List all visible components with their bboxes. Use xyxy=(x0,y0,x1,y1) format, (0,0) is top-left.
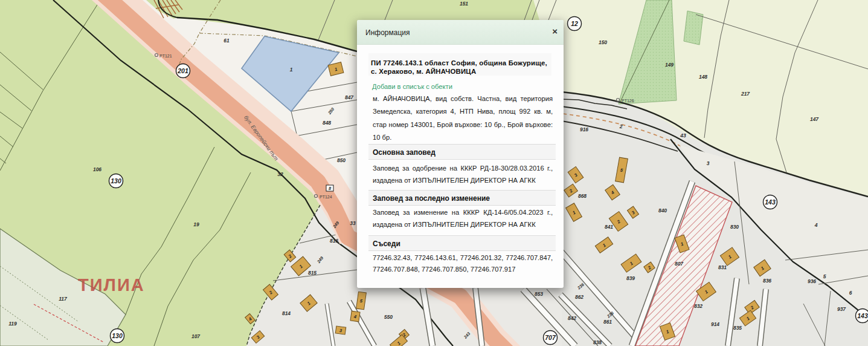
svg-text:850: 850 xyxy=(337,157,346,163)
svg-text:130: 130 xyxy=(112,332,123,339)
svg-text:6: 6 xyxy=(849,290,852,296)
svg-text:201: 201 xyxy=(177,67,188,74)
svg-text:841: 841 xyxy=(605,224,613,230)
svg-text:853: 853 xyxy=(535,291,543,297)
svg-text:61: 61 xyxy=(223,38,230,44)
svg-text:838: 838 xyxy=(593,339,602,345)
svg-text:106: 106 xyxy=(93,166,101,172)
svg-text:107: 107 xyxy=(191,333,201,339)
svg-text:937: 937 xyxy=(837,306,846,312)
svg-text:862: 862 xyxy=(575,294,583,300)
svg-text:814: 814 xyxy=(282,310,291,316)
svg-text:830: 830 xyxy=(730,224,739,230)
svg-text:5: 5 xyxy=(823,273,826,279)
svg-text:861: 861 xyxy=(603,319,612,325)
svg-text:914: 914 xyxy=(711,321,719,327)
svg-text:916: 916 xyxy=(580,126,588,132)
svg-text:842: 842 xyxy=(568,315,576,321)
svg-text:PT121: PT121 xyxy=(159,54,172,58)
svg-text:143: 143 xyxy=(765,198,776,206)
svg-text:868: 868 xyxy=(578,193,587,199)
svg-text:117: 117 xyxy=(59,296,68,302)
svg-text:4: 4 xyxy=(814,222,818,228)
svg-text:847: 847 xyxy=(345,94,354,100)
svg-text:43: 43 xyxy=(680,132,686,139)
svg-text:550: 550 xyxy=(384,314,393,320)
svg-text:119: 119 xyxy=(8,321,17,327)
svg-text:PT124: PT124 xyxy=(320,195,332,199)
svg-text:836: 836 xyxy=(763,278,771,284)
svg-text:151: 151 xyxy=(460,1,468,7)
svg-text:130: 130 xyxy=(111,177,121,184)
svg-text:2: 2 xyxy=(619,123,623,129)
svg-text:PT126: PT126 xyxy=(622,99,634,103)
svg-text:32: 32 xyxy=(277,171,283,177)
svg-text:149: 149 xyxy=(665,62,674,68)
svg-text:217: 217 xyxy=(741,91,750,97)
svg-text:19: 19 xyxy=(193,221,199,227)
svg-text:147: 147 xyxy=(810,116,819,122)
svg-text:815: 815 xyxy=(308,270,317,276)
svg-text:832: 832 xyxy=(694,303,702,309)
svg-text:807: 807 xyxy=(675,261,684,267)
svg-text:3: 3 xyxy=(707,160,710,166)
svg-text:ТИЛИА: ТИЛИА xyxy=(78,275,145,295)
svg-text:831: 831 xyxy=(718,264,727,270)
svg-text:707: 707 xyxy=(545,334,556,341)
svg-text:839: 839 xyxy=(626,275,635,281)
svg-text:816: 816 xyxy=(330,238,338,244)
svg-text:936: 936 xyxy=(808,278,816,284)
svg-text:840: 840 xyxy=(658,207,667,214)
svg-text:12: 12 xyxy=(571,20,578,27)
svg-text:148: 148 xyxy=(699,74,707,80)
svg-text:835: 835 xyxy=(733,325,742,331)
svg-text:150: 150 xyxy=(599,39,607,45)
svg-text:1: 1 xyxy=(290,67,293,73)
svg-text:143: 143 xyxy=(857,312,868,319)
svg-text:33: 33 xyxy=(350,220,356,226)
svg-text:848: 848 xyxy=(323,120,331,126)
